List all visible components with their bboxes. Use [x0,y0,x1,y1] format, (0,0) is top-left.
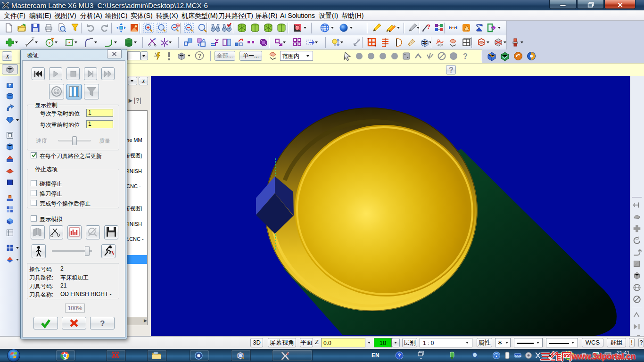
svg-text:?: ? [100,319,105,328]
svg-text:?: ? [198,52,202,59]
svg-text:CCB: CCB [515,354,522,357]
svg-text:?: ? [449,66,454,74]
svg-text:?: ? [398,353,401,358]
svg-text:X: X [5,53,10,60]
svg-text:?: ? [463,52,468,60]
svg-text:?: ? [427,23,430,30]
svg-text:6: 6 [287,352,289,355]
